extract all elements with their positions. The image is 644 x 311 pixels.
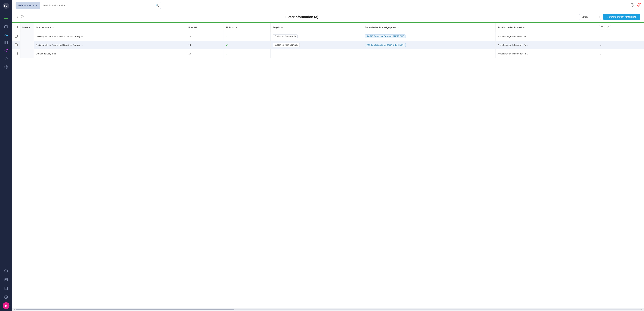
scroll-right-button[interactable]: › xyxy=(640,308,643,311)
col-internal: Interne... xyxy=(20,23,34,32)
sidebar-icon-bag[interactable] xyxy=(2,23,10,30)
row-3-checkbox[interactable] xyxy=(15,52,18,55)
sidebar-icon-gear[interactable] xyxy=(2,63,10,71)
row-2-actions: ... xyxy=(597,41,644,50)
history-button[interactable] xyxy=(20,14,24,20)
delivery-info-table: Interne... Interner Name ··· Priorität A… xyxy=(12,23,644,58)
row-2-active: ✓ xyxy=(224,41,270,50)
search-icon: 🔍 xyxy=(156,4,159,7)
horizontal-scrollbar: ‹ › xyxy=(12,308,644,311)
col-name-menu-icon[interactable]: ··· xyxy=(52,26,54,28)
col-active-sort-icon[interactable]: ▼ xyxy=(235,26,238,28)
col-priority: Priorität xyxy=(186,23,224,32)
sidebar-icon-minus[interactable]: — xyxy=(2,14,10,22)
topbar: Lieferinformation ▼ 🔍 xyxy=(12,0,644,11)
row-1-checkbox[interactable] xyxy=(15,35,18,38)
row-2-more-button[interactable]: ... xyxy=(599,43,604,47)
content-header: ‹ Lieferinformation (3) Dutch German Eng… xyxy=(12,11,644,22)
col-active: Aktiv ··· ▼ xyxy=(224,23,270,32)
col-rules: Regeln ··· xyxy=(270,23,363,32)
scroll-track[interactable] xyxy=(16,309,640,310)
sidebar-icon-users[interactable] xyxy=(2,31,10,38)
table-header-row: Interne... Interner Name ··· Priorität A… xyxy=(12,23,644,32)
topbar-actions xyxy=(630,3,640,8)
row-1-dynamic-group-badge: ACRIS Sauna und Solarium SPERRGUT xyxy=(365,34,406,38)
add-delivery-info-button[interactable]: Lieferinformation hinzufügen xyxy=(603,14,640,20)
sidebar-icon-plus-circle[interactable] xyxy=(2,267,10,274)
row-1-more-button[interactable]: ... xyxy=(599,34,604,38)
row-3-more-button[interactable]: ... xyxy=(599,52,604,56)
reset-button[interactable]: ↺ xyxy=(606,25,611,30)
sidebar-icon-list[interactable] xyxy=(2,39,10,46)
search-container: Lieferinformation ▼ 🔍 xyxy=(16,2,161,9)
col-actions-header: ☰ ↺ xyxy=(597,23,644,32)
row-1-priority: 10 xyxy=(186,32,224,41)
row-3-position: Ampelanzeige links neben Pr... xyxy=(496,50,597,58)
col-active-menu-icon[interactable]: ··· xyxy=(232,26,234,28)
svg-point-3 xyxy=(5,33,6,34)
row-3-active-icon: ✓ xyxy=(226,52,228,55)
row-1-checkbox-cell xyxy=(12,32,20,41)
table-row: Delivery Info for Sauna and Solarium Cou… xyxy=(12,41,644,50)
col-dynamic-groups-menu-icon[interactable]: ··· xyxy=(397,26,398,28)
sidebar-bottom: D xyxy=(2,267,10,309)
app-logo[interactable]: G xyxy=(2,2,10,10)
row-1-internal xyxy=(20,32,34,41)
row-1-name: Delivery Info for Sauna and Solarium Cou… xyxy=(34,32,186,41)
svg-rect-4 xyxy=(5,41,8,44)
row-3-actions: ... xyxy=(597,50,644,58)
page-title: Lieferinformation (3) xyxy=(26,15,577,19)
back-button[interactable]: ‹ xyxy=(16,14,18,20)
col-name: Interner Name ··· xyxy=(34,23,186,32)
row-1-active: ✓ xyxy=(224,32,270,41)
notification-badge xyxy=(640,3,641,4)
row-1-actions: ... xyxy=(597,32,644,41)
sidebar-icon-arrow-right[interactable] xyxy=(2,294,10,301)
columns-button[interactable]: ☰ xyxy=(599,25,604,30)
col-rules-menu-icon[interactable]: ··· xyxy=(281,26,283,28)
row-1-rule-badge: Customers from Austria xyxy=(272,34,298,38)
sidebar-icon-megaphone[interactable] xyxy=(2,47,10,54)
row-1-rules: Customers from Austria xyxy=(270,32,363,41)
scroll-thumb xyxy=(16,309,234,310)
row-1-position: Ampelanzeige links neben Pr... xyxy=(496,32,597,41)
table-row: Delivery Info for Sauna and Solarium Cou… xyxy=(12,32,644,41)
search-input[interactable] xyxy=(40,2,153,8)
row-3-internal xyxy=(20,50,34,58)
row-2-rule-badge: Customers from Germany xyxy=(272,43,300,47)
col-checkbox xyxy=(12,23,20,32)
col-dynamic-groups: Dynamische Produktgruppen ··· xyxy=(363,23,496,32)
row-1-dynamic-groups: ACRIS Sauna und Solarium SPERRGUT xyxy=(363,32,496,41)
search-type-label: Lieferinformation xyxy=(18,4,34,6)
row-3-rules xyxy=(270,50,363,58)
table-toolbar: ☰ ↺ xyxy=(599,25,642,30)
col-position: Position in der Produktbox xyxy=(496,23,597,32)
language-selector-container: Dutch German English ▾ Lieferinformation… xyxy=(579,14,640,20)
svg-rect-2 xyxy=(4,26,8,28)
breadcrumb-nav: ‹ xyxy=(16,14,24,20)
row-3-priority: 10 xyxy=(186,50,224,58)
sidebar-icon-puzzle[interactable] xyxy=(2,55,10,62)
select-all-checkbox[interactable] xyxy=(15,26,18,28)
row-3-dynamic-groups xyxy=(363,50,496,58)
table-body: Delivery Info for Sauna and Solarium Cou… xyxy=(12,32,644,58)
row-2-dynamic-groups: ACRIS Sauna und Solarium SPERRGUT xyxy=(363,41,496,50)
sidebar: G — xyxy=(0,0,12,311)
sidebar-avatar[interactable]: D xyxy=(3,302,10,309)
search-submit-button[interactable]: 🔍 xyxy=(153,2,161,8)
scroll-left-button[interactable]: ‹ xyxy=(14,308,16,311)
search-type-button[interactable]: Lieferinformation ▼ xyxy=(16,2,40,8)
language-select-wrapper: Dutch German English ▾ xyxy=(579,14,601,20)
sidebar-divider-1 xyxy=(4,13,8,13)
main-area: Lieferinformation ▼ 🔍 xyxy=(12,0,644,311)
language-select[interactable]: Dutch German English xyxy=(579,14,601,20)
row-2-internal xyxy=(20,41,34,50)
sidebar-icon-basket[interactable] xyxy=(2,276,10,283)
sidebar-icon-table[interactable] xyxy=(2,284,10,292)
row-2-rules: Customers from Germany xyxy=(270,41,363,50)
row-2-checkbox[interactable] xyxy=(15,44,18,46)
row-2-checkbox-cell xyxy=(12,41,20,50)
notifications-button[interactable] xyxy=(637,3,640,8)
content-area: ‹ Lieferinformation (3) Dutch German Eng… xyxy=(12,11,644,311)
help-button[interactable] xyxy=(630,3,634,8)
